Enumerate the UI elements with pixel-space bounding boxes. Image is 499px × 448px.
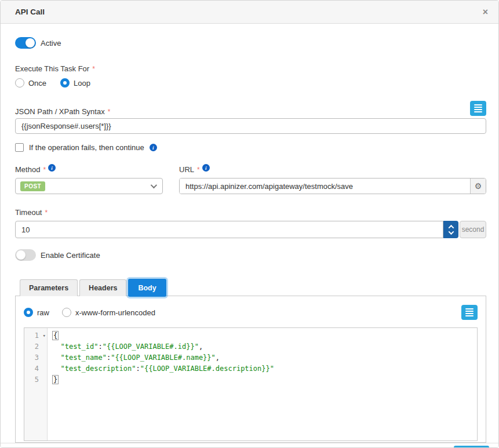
method-label: Method * i: [15, 165, 163, 174]
code-token-string: "{{LOOP_VARIABLE#.name}}": [111, 354, 216, 362]
certificate-toggle-row: Enable Certificate: [15, 249, 486, 261]
toggle-knob: [26, 38, 35, 48]
line-number: 2: [24, 341, 47, 352]
execute-option-label: Loop: [74, 79, 90, 88]
code-token-plain: ,: [199, 343, 203, 351]
certificate-toggle-label: Enable Certificate: [41, 251, 100, 260]
body-mode-options: rawx-www-form-urlencoded: [24, 308, 155, 317]
method-label-text: Method: [15, 165, 40, 174]
number-stepper[interactable]: [443, 221, 458, 238]
code-line: "test_description":"{{LOOP_VARIABLE#.des…: [52, 363, 477, 374]
url-input[interactable]: [180, 179, 470, 194]
tab-headers[interactable]: Headers: [79, 279, 126, 296]
required-asterisk: *: [43, 166, 46, 174]
active-toggle[interactable]: [15, 37, 36, 49]
info-icon: i: [202, 164, 210, 172]
apply-button[interactable]: Apply: [454, 446, 489, 448]
chevron-down-icon: [151, 182, 157, 188]
code-editor[interactable]: 1▾2345 { "test_id":"{{LOOP_VARIABLE#.id}…: [24, 327, 478, 441]
jsonpath-label-text: JSON Path / XPath Syntax: [15, 107, 105, 116]
code-token-string: "test_description": [60, 365, 136, 373]
required-asterisk: *: [197, 166, 200, 174]
code-token-bracket: }: [52, 375, 59, 384]
timeout-unit: second: [460, 221, 486, 238]
required-asterisk: *: [108, 108, 111, 116]
execute-option-loop[interactable]: Loop: [60, 78, 90, 88]
chevron-down-icon[interactable]: [448, 229, 454, 235]
dialog-title: API Call: [15, 8, 45, 16]
body-mode-label: raw: [37, 308, 49, 317]
body-panel-toolbar: rawx-www-form-urlencoded: [24, 305, 478, 320]
line-number: 4: [24, 363, 47, 374]
code-token-string: "{{LOOP_VARIABLE#.description}}": [140, 365, 274, 373]
tab-body[interactable]: Body: [128, 279, 166, 297]
editor-gutter: 1▾2345: [24, 328, 48, 440]
body-list-button[interactable]: [461, 305, 478, 320]
body-mode-label: x-www-form-urlencoded: [75, 308, 155, 317]
method-badge: POST: [20, 181, 45, 191]
timeout-label: Timeout *: [15, 208, 486, 217]
code-token-string: "test_name": [60, 354, 106, 362]
info-icon: i: [150, 144, 157, 151]
radio-icon[interactable]: [60, 78, 70, 88]
required-asterisk: *: [92, 65, 95, 73]
list-icon: [465, 308, 473, 316]
active-toggle-row: Active: [15, 37, 486, 49]
radio-icon[interactable]: [24, 308, 33, 317]
gear-icon[interactable]: ⚙: [470, 179, 486, 194]
info-icon: i: [48, 164, 56, 172]
continue-checkbox-label: If the operation fails, then continue: [29, 143, 144, 152]
code-token-plain: :: [136, 365, 140, 373]
code-token-plain: [52, 354, 60, 362]
code-token-plain: :: [98, 343, 102, 351]
timeout-input[interactable]: [15, 221, 443, 238]
execute-task-label-text: Execute This Task For: [15, 64, 89, 73]
url-label: URL * i: [179, 165, 486, 174]
active-toggle-label: Active: [41, 39, 61, 48]
dialog-header: API Call ×: [1, 1, 498, 24]
url-column: URL * i ⚙: [179, 165, 486, 194]
code-token-plain: [52, 365, 60, 373]
line-number: 1▾: [24, 330, 47, 341]
close-icon[interactable]: ×: [483, 8, 488, 17]
fold-arrow-icon[interactable]: ▾: [43, 330, 46, 341]
url-label-text: URL: [179, 165, 194, 174]
tab-bar: ParametersHeadersBody: [15, 278, 486, 296]
body-mode-raw[interactable]: raw: [24, 308, 49, 317]
jsonpath-list-button[interactable]: [470, 101, 486, 116]
code-token-plain: ,: [216, 354, 220, 362]
body-mode-x-www-form-urlencoded[interactable]: x-www-form-urlencoded: [62, 308, 155, 317]
execute-option-once[interactable]: Once: [15, 78, 46, 88]
continue-checkbox-row: If the operation fails, then continue i: [15, 143, 486, 152]
code-token-plain: [52, 343, 60, 351]
code-line: }: [52, 374, 477, 385]
code-line: {: [52, 330, 477, 341]
code-token-string: "{{LOOP_VARIABLE#.id}}": [103, 343, 199, 351]
code-token-string: "test_id": [60, 343, 98, 351]
tab-parameters[interactable]: Parameters: [20, 279, 78, 296]
toggle-knob: [16, 250, 26, 260]
dialog-footer: Close Apply: [1, 443, 498, 448]
list-icon: [474, 104, 482, 112]
jsonpath-input[interactable]: [15, 118, 486, 134]
code-token-bracket: {: [52, 331, 59, 340]
line-number: 3: [24, 352, 47, 363]
api-call-dialog: API Call × Active Execute This Task For …: [0, 0, 499, 448]
method-select[interactable]: POST: [15, 178, 163, 194]
method-column: Method * i POST: [15, 165, 163, 194]
certificate-toggle[interactable]: [15, 249, 36, 261]
timeout-label-text: Timeout: [15, 208, 42, 217]
radio-icon[interactable]: [15, 78, 24, 88]
execute-option-label: Once: [28, 79, 46, 88]
jsonpath-label: JSON Path / XPath Syntax *: [15, 107, 110, 116]
line-number: 5: [24, 374, 47, 385]
jsonpath-label-row: JSON Path / XPath Syntax *: [15, 101, 486, 116]
jsonpath-input-row: [15, 118, 486, 134]
code-line: "test_name":"{{LOOP_VARIABLE#.name}}",: [52, 352, 477, 363]
editor-code[interactable]: { "test_id":"{{LOOP_VARIABLE#.id}}", "te…: [48, 328, 477, 440]
radio-icon[interactable]: [62, 308, 71, 317]
url-input-group: ⚙: [179, 178, 486, 194]
continue-checkbox[interactable]: [15, 143, 24, 152]
dialog-body: Active Execute This Task For * OnceLoop …: [1, 24, 498, 443]
execute-task-options: OnceLoop: [15, 78, 486, 88]
